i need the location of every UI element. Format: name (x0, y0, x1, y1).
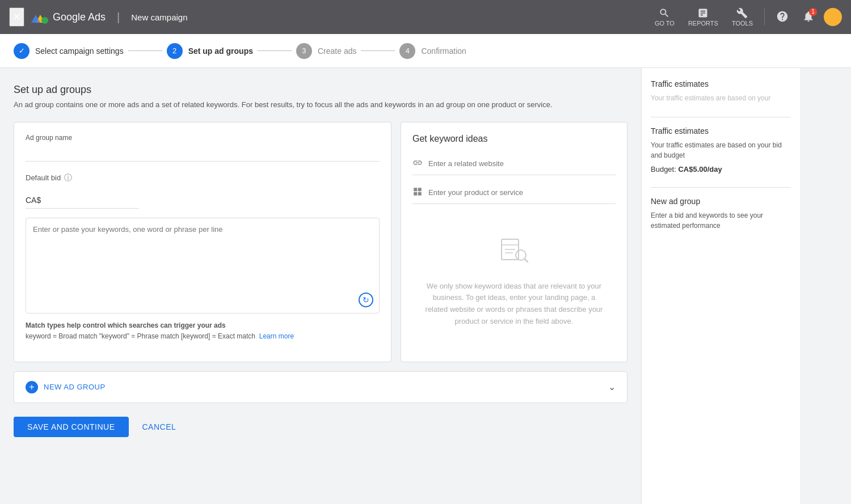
goto-tool[interactable]: GO TO (650, 5, 679, 29)
cancel-button[interactable]: CANCEL (138, 417, 181, 437)
step-1-circle: ✓ (14, 43, 30, 59)
sidebar-traffic-full: Traffic estimates Your traffic estimates… (651, 126, 791, 173)
step-1-label: Select campaign settings (35, 46, 124, 56)
sidebar-divider-1 (651, 117, 791, 117)
sidebar-traffic-desc-partial: Your traffic estimates are based on your (651, 93, 791, 103)
grid-icon (412, 187, 423, 199)
step-3-circle: 3 (296, 43, 312, 59)
match-types-info: Match types help control which searches … (26, 320, 380, 342)
product-input-row[interactable] (412, 182, 616, 204)
empty-state-icon (498, 234, 530, 272)
goto-label: GO TO (655, 20, 675, 27)
steps-bar: ✓ Select campaign settings 2 Set up ad g… (0, 34, 851, 68)
step-2-label: Set up ad groups (188, 46, 253, 56)
keywords-textarea[interactable] (33, 225, 372, 304)
sidebar-traffic-desc-2: Your traffic estimates are based on your… (651, 140, 791, 160)
new-ad-group-label: NEW AD GROUP (44, 383, 106, 391)
page-description: An ad group contains one or more ads and… (14, 99, 627, 111)
sidebar-new-ad-group: New ad group Enter a bid and keywords to… (651, 197, 791, 231)
cards-row: Ad group name Default bid ⓘ ↻ (14, 122, 627, 362)
top-nav: ✕ Google Ads | New campaign GO TO REPORT… (0, 0, 851, 34)
nav-right: GO TO REPORTS TOOLS 1 (650, 5, 842, 29)
product-input[interactable] (428, 188, 616, 197)
budget-label: Budget: (651, 165, 676, 173)
reports-icon (697, 7, 709, 19)
ad-group-name-input[interactable] (26, 145, 380, 162)
ad-group-name-label: Ad group name (26, 134, 380, 142)
match-types-bold: Match types help control which searches … (26, 321, 226, 329)
sidebar-traffic-title-2: Traffic estimates (651, 126, 791, 135)
refresh-icon[interactable]: ↻ (359, 293, 373, 307)
step-1: ✓ Select campaign settings (14, 43, 124, 59)
step-4-circle: 4 (399, 43, 415, 59)
reports-tool[interactable]: REPORTS (684, 5, 723, 29)
step-3-label: Create ads (318, 46, 356, 56)
default-bid-field: Default bid ⓘ (26, 173, 380, 209)
step-4-label: Confirmation (421, 46, 466, 56)
new-ad-group-left: + NEW AD GROUP (26, 381, 106, 393)
sidebar-divider-2 (651, 187, 791, 188)
default-bid-label-row: Default bid ⓘ (26, 173, 380, 183)
bid-input[interactable] (26, 192, 139, 209)
action-row: SAVE AND CONTINUE CANCEL (14, 417, 627, 437)
keywords-area: ↻ (26, 218, 380, 314)
search-icon (659, 7, 670, 19)
chevron-down-icon: ⌄ (608, 382, 616, 392)
main-layout: Set up ad groups An ad group contains on… (0, 68, 851, 504)
sidebar-traffic-title-1: Traffic estimates (651, 79, 791, 88)
help-icon (776, 10, 789, 23)
close-button[interactable]: ✕ (9, 7, 24, 27)
svg-line-8 (525, 259, 528, 262)
step-3: 3 Create ads (296, 43, 356, 59)
page-title: Set up ad groups (14, 84, 627, 96)
keyword-ideas-card: Get keyword ideas (401, 122, 627, 362)
tools-icon (736, 7, 748, 19)
tools-tool[interactable]: TOOLS (727, 5, 757, 29)
website-input-row[interactable] (412, 153, 616, 175)
google-ads-logo-icon (31, 8, 49, 26)
website-input[interactable] (428, 159, 616, 168)
connector-2-3 (258, 50, 292, 51)
keyword-ideas-empty-state: We only show keyword ideas that are rele… (412, 211, 616, 350)
bid-input-wrapper (26, 192, 380, 209)
google-ads-logo: Google Ads (31, 8, 106, 26)
help-button[interactable] (772, 6, 793, 29)
sidebar-traffic-partial: Traffic estimates Your traffic estimates… (651, 79, 791, 103)
campaign-title: New campaign (131, 12, 187, 22)
link-icon (412, 158, 423, 170)
ad-group-name-field: Ad group name (26, 134, 380, 162)
ad-group-card: Ad group name Default bid ⓘ ↻ (14, 122, 391, 362)
new-ad-group-row[interactable]: + NEW AD GROUP ⌄ (14, 371, 627, 403)
sidebar-budget: Budget: CA$5.00/day (651, 165, 791, 173)
svg-point-2 (41, 17, 48, 24)
default-bid-help-icon[interactable]: ⓘ (64, 173, 72, 183)
brand-name: Google Ads (53, 11, 106, 23)
sidebar-new-ad-group-desc: Enter a bid and keywords to see your est… (651, 210, 791, 231)
step-4: 4 Confirmation (399, 43, 466, 59)
learn-more-link[interactable]: Learn more (259, 332, 294, 340)
keyword-ideas-title: Get keyword ideas (412, 134, 616, 144)
notifications-button[interactable]: 1 (798, 6, 819, 29)
user-avatar[interactable] (824, 8, 842, 26)
notification-badge: 1 (809, 8, 817, 16)
reports-label: REPORTS (688, 20, 718, 27)
connector-1-2 (128, 50, 162, 51)
plus-circle-icon: + (26, 381, 38, 393)
default-bid-label: Default bid (26, 173, 61, 182)
nav-left: ✕ Google Ads | New campaign (9, 7, 188, 27)
sidebar: Traffic estimates Your traffic estimates… (641, 68, 800, 504)
content-area: Set up ad groups An ad group contains on… (0, 68, 641, 504)
save-continue-button[interactable]: SAVE AND CONTINUE (14, 417, 129, 437)
nav-divider: | (117, 11, 120, 24)
tools-label: TOOLS (732, 20, 753, 27)
connector-3-4 (361, 50, 395, 51)
sidebar-new-ad-group-title: New ad group (651, 197, 791, 206)
step-2-circle: 2 (167, 43, 183, 59)
budget-value: CA$5.00/day (678, 165, 722, 173)
step-2: 2 Set up ad groups (167, 43, 253, 59)
empty-state-text: We only show keyword ideas that are rele… (424, 281, 604, 328)
match-types-detail: keyword = Broad match "keyword" = Phrase… (26, 332, 255, 340)
